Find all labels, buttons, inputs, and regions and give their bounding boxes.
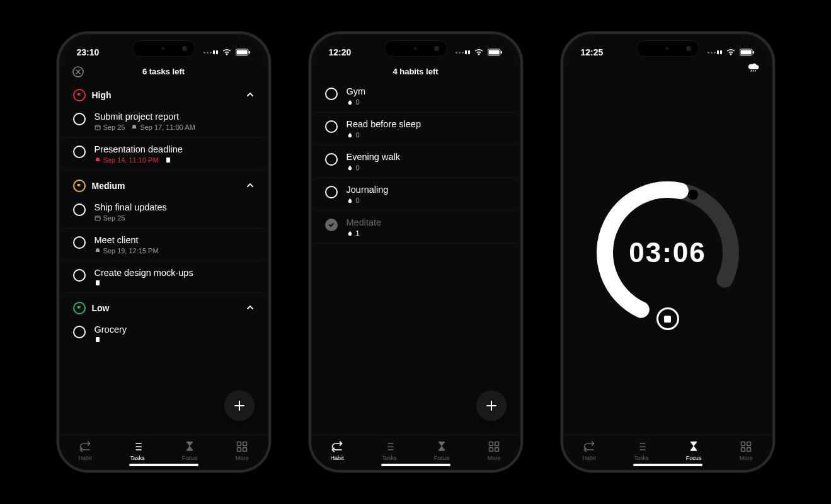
flame-icon: 0 [347,197,360,204]
flag-icon [73,89,86,101]
header-title: 6 tasks left [142,67,185,76]
habit-checkbox[interactable] [325,153,338,166]
notch [132,40,195,57]
section-medium[interactable]: Medium [64,171,263,196]
task-row[interactable]: Ship final updates Sep 25 [64,196,263,229]
status-time: 23:10 [77,47,100,57]
tasks-list[interactable]: High Submit project report Sep 25 Sep 17… [59,80,268,435]
svg-rect-14 [488,50,499,55]
habit-meta: 0 [347,131,507,139]
svg-rect-28 [742,448,745,452]
home-indicator[interactable] [381,464,450,466]
flame-icon: 0 [347,164,360,171]
svg-rect-18 [490,448,493,452]
flame-icon: 1 [347,229,360,237]
status-right [708,49,755,56]
task-row[interactable]: Grocery [64,318,263,349]
stop-button[interactable] [656,307,679,330]
task-row[interactable]: Meet client Sep 19, 12:15 PM [64,229,263,261]
notch [384,40,447,57]
habit-icon [79,440,91,453]
bell-icon: Sep 19, 12:15 PM [95,247,159,255]
habit-row[interactable]: Evening walk 0 [316,146,515,178]
home-indicator[interactable] [129,464,198,466]
focus-icon [687,440,700,453]
add-button[interactable] [476,391,507,421]
tab-more[interactable]: More [475,440,513,461]
tasks-header: 6 tasks left [59,62,268,80]
calendar-icon: Sep 25 [95,214,125,222]
section-label: High [92,90,112,100]
focus-header [563,62,772,71]
habit-title: Meditate [347,217,507,227]
task-checkbox[interactable] [73,203,86,216]
habit-checkbox[interactable] [325,88,338,100]
tab-habit[interactable]: Habit [66,440,104,461]
habit-title: Gym [347,86,507,96]
habit-checkbox[interactable] [325,219,338,231]
svg-rect-21 [740,50,751,55]
chevron-up-icon [246,181,255,192]
close-button[interactable] [72,66,84,78]
task-row[interactable]: Submit project report Sep 25 Sep 17, 11:… [64,105,263,138]
tab-tasks[interactable]: Tasks [370,440,408,461]
note-icon [95,280,101,286]
task-title: Presentation deadline [95,144,255,154]
tab-tasks[interactable]: Tasks [622,440,660,461]
tasks-icon [635,440,648,453]
svg-rect-26 [742,442,745,446]
tab-tasks[interactable]: Tasks [118,440,156,461]
tab-more[interactable]: More [727,440,765,461]
habit-row[interactable]: Meditate 1 [316,211,515,244]
habit-row[interactable]: Read before sleep 0 [316,113,515,146]
task-title: Grocery [95,324,255,335]
wifi-icon [726,49,736,56]
habit-meta: 1 [347,229,507,237]
status-right [203,49,251,56]
habits-phone: 12:20 4 habits left Gym 0 [309,32,523,472]
svg-rect-22 [753,51,754,54]
status-right [456,49,503,56]
habit-checkbox[interactable] [325,186,338,198]
task-checkbox[interactable] [73,146,86,158]
task-row[interactable]: Create design mock-ups [64,261,263,293]
tasks-icon [383,440,396,453]
habit-title: Evening walk [347,152,507,162]
task-row[interactable]: Presentation deadline Sep 14, 11:10 PM [64,138,263,171]
habit-row[interactable]: Journaling 0 [316,178,515,211]
tab-habit[interactable]: Habit [318,440,356,461]
wifi-icon [474,49,484,56]
add-button[interactable] [224,391,255,421]
timer-area: 03:06 [563,71,772,435]
flag-icon [73,180,86,192]
task-checkbox[interactable] [73,326,86,338]
more-icon [488,440,500,453]
habits-header: 4 habits left [311,62,520,80]
tab-more[interactable]: More [223,440,261,461]
tab-focus[interactable]: Focus [171,440,209,461]
tab-habit[interactable]: Habit [570,440,608,461]
home-indicator[interactable] [633,464,702,466]
tab-focus[interactable]: Focus [423,440,461,461]
task-title: Create design mock-ups [95,268,255,278]
svg-rect-5 [166,158,170,163]
task-meta: Sep 25 Sep 17, 11:00 AM [95,123,255,131]
svg-rect-6 [95,216,100,220]
timer-ring[interactable]: 03:06 [589,174,747,331]
section-high[interactable]: High [64,80,263,105]
habit-row[interactable]: Gym 0 [316,80,515,113]
task-checkbox[interactable] [73,269,86,282]
task-checkbox[interactable] [73,113,86,125]
focus-icon [435,440,448,453]
section-low[interactable]: Low [64,293,263,318]
habit-checkbox[interactable] [325,120,338,133]
tab-focus[interactable]: Focus [675,440,713,461]
status-time: 12:25 [581,47,604,57]
calendar-icon: Sep 25 [95,123,125,131]
habit-icon [331,440,343,453]
habit-meta: 0 [347,164,507,171]
status-time: 12:20 [329,47,352,57]
task-checkbox[interactable] [73,236,86,249]
habits-list[interactable]: Gym 0 Read before sleep 0 [311,80,520,435]
chevron-up-icon [246,90,255,101]
